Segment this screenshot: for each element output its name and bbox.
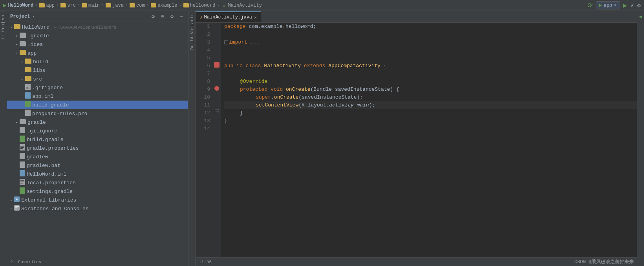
settings-button[interactable]: ⚙ bbox=[637, 2, 641, 9]
ext-libs-arrow bbox=[9, 197, 14, 203]
sidebar-title: Project bbox=[10, 14, 30, 19]
run-button[interactable]: ▶ bbox=[623, 2, 627, 9]
svg-rect-26 bbox=[214, 62, 220, 68]
sidebar-item-build-gradle-root[interactable]: build.gradle bbox=[7, 135, 188, 144]
sidebar-item-external-libs[interactable]: External Libraries bbox=[7, 196, 188, 204]
java-file-icon: ☕ bbox=[221, 2, 227, 8]
build-label: build bbox=[33, 59, 48, 65]
sidebar-dropdown-icon[interactable]: ▾ bbox=[32, 14, 35, 19]
build-gradle-app-icon bbox=[25, 101, 31, 109]
sidebar-item-gradle-root[interactable]: gradle bbox=[7, 118, 188, 127]
right-strip: ⚑ bbox=[637, 11, 644, 266]
ext-libs-icon bbox=[14, 196, 20, 204]
local-props-icon bbox=[20, 179, 25, 187]
idea-folder-icon bbox=[20, 41, 26, 48]
scratches-label: Scratches and Consoles bbox=[21, 206, 89, 212]
app-label: app bbox=[27, 50, 37, 56]
breadcrumb-mainactivity: ☕ MainActivity bbox=[221, 2, 262, 8]
sidebar-item-gradle-properties[interactable]: gradle.properties bbox=[7, 144, 188, 152]
bottom-bar: 11:36 CSDN @乘风破浪之美好未来 bbox=[196, 257, 637, 266]
code-line-10: super.onCreate(savedInstanceState); bbox=[224, 94, 637, 101]
run-config-dropdown[interactable]: ▶ app ▾ bbox=[596, 1, 620, 9]
fold-indicator-line12 bbox=[215, 109, 219, 113]
sidebar-item-proguard[interactable]: proguard-rules.pro bbox=[7, 109, 188, 118]
sidebar-item-local-props[interactable]: local.properties bbox=[7, 178, 188, 187]
gitignore-app-label: .gitignore bbox=[32, 85, 63, 91]
sidebar-item-gitignore-root[interactable]: .gitignore bbox=[7, 127, 188, 135]
tab-bar: J MainActivity.java ✕ bbox=[196, 11, 637, 23]
settings-icon[interactable]: ⚙ bbox=[168, 13, 176, 20]
libs-folder-icon bbox=[25, 67, 31, 74]
sidebar-header: Project ▾ ⚙ ⊞ ⚙ — bbox=[7, 11, 188, 22]
sidebar-item-scratches[interactable]: Scratches and Consoles bbox=[7, 204, 188, 213]
fold-icon-import[interactable]: - bbox=[224, 40, 228, 44]
svg-rect-13 bbox=[20, 170, 25, 176]
app-icon: ▶ bbox=[3, 2, 6, 9]
src-folder-icon bbox=[25, 76, 31, 83]
svg-rect-11 bbox=[20, 153, 25, 159]
java-tab-icon: J bbox=[199, 15, 202, 20]
gitignore-root-icon bbox=[20, 127, 25, 135]
gradle-dir-arrow bbox=[14, 33, 20, 39]
favorites-label[interactable]: 2: Favorites bbox=[7, 258, 188, 266]
svg-rect-6 bbox=[20, 136, 25, 142]
sidebar-item-src[interactable]: src bbox=[7, 75, 188, 83]
tab-label: MainActivity.java bbox=[204, 15, 252, 20]
breadcrumb-main: main bbox=[82, 3, 100, 8]
sidebar-item-build-gradle-app[interactable]: build.gradle bbox=[7, 101, 188, 109]
editor-tab-mainactivity[interactable]: J MainActivity.java ✕ bbox=[196, 11, 261, 22]
sidebar-item-helloword-iml[interactable]: HelloWord.iml bbox=[7, 170, 188, 178]
code-line-3: - import ... bbox=[224, 39, 637, 46]
tree-item-root[interactable]: HelloWord F:\AAAADevelop\HelloWord bbox=[7, 23, 188, 31]
code-content[interactable]: package com.example.helloword; - import … bbox=[221, 23, 637, 257]
code-line-4 bbox=[224, 46, 637, 54]
left-panel-labels: 1: Project bbox=[0, 11, 7, 266]
build-variants-label[interactable]: Build Variants bbox=[189, 11, 195, 52]
tab-close-button[interactable]: ✕ bbox=[254, 15, 257, 20]
app-iml-label: app.iml bbox=[32, 94, 54, 99]
sidebar-item-build[interactable]: build bbox=[7, 57, 188, 66]
layout-icon[interactable]: ⊞ bbox=[159, 13, 166, 20]
code-line-1: package com.example.helloword; bbox=[224, 23, 637, 31]
proguard-icon bbox=[25, 110, 31, 117]
gear-icon[interactable]: ⚙ bbox=[150, 13, 157, 20]
title-bar-left: ▶ HelloWord › app › src › main › java › … bbox=[3, 2, 262, 9]
app-iml-icon bbox=[25, 92, 31, 100]
gutter-run-line6 bbox=[214, 62, 220, 68]
sidebar-item-gradlew-bat[interactable]: gradlew.bat bbox=[7, 161, 188, 170]
sidebar-item-idea[interactable]: .idea bbox=[7, 40, 188, 49]
settings-gradle-label: settings.gradle bbox=[27, 189, 73, 194]
svg-rect-2 bbox=[25, 92, 31, 99]
sidebar-item-app-iml[interactable]: app.iml bbox=[7, 92, 188, 101]
title-app-name: HelloWord bbox=[8, 3, 33, 8]
gradle-root-folder-icon bbox=[20, 119, 26, 126]
build-variants-strip: Build Variants bbox=[188, 11, 196, 266]
settings-gradle-icon bbox=[20, 187, 25, 195]
root-folder-icon bbox=[14, 24, 20, 31]
watermark: CSDN @乘风破浪之美好未来 bbox=[574, 259, 634, 265]
gitignore-app-icon: gi bbox=[25, 84, 31, 92]
svg-rect-3 bbox=[25, 101, 31, 107]
gradle-props-icon bbox=[20, 144, 25, 152]
sidebar-item-gradlew[interactable]: gradlew bbox=[7, 152, 188, 161]
fast-run-button[interactable]: ⚡ bbox=[630, 2, 634, 9]
sidebar-item-libs[interactable]: libs bbox=[7, 66, 188, 75]
sidebar-bottom: 2: Favorites bbox=[7, 258, 188, 266]
helloword-iml-icon bbox=[20, 170, 25, 178]
code-line-11: setContentView(R.layout.activity_main); bbox=[224, 101, 637, 109]
idea-label: .idea bbox=[27, 42, 43, 48]
gradle-root-arrow bbox=[14, 119, 20, 125]
gitignore-root-label: .gitignore bbox=[27, 128, 57, 134]
project-panel-label[interactable]: 1: Project bbox=[0, 11, 7, 42]
sidebar-item-app[interactable]: app bbox=[7, 49, 188, 57]
sidebar-item-settings-gradle[interactable]: settings.gradle bbox=[7, 187, 188, 196]
sync-project-icon[interactable]: ⟳ bbox=[587, 2, 593, 9]
scratches-arrow bbox=[9, 206, 14, 211]
sidebar-item-gitignore-app[interactable]: gi .gitignore bbox=[7, 83, 188, 92]
code-editor: 1 2 3 4 5 6 7 8 9 10 11 12 13 14 bbox=[196, 23, 637, 257]
src-arrow bbox=[20, 76, 25, 82]
minimize-icon[interactable]: — bbox=[178, 13, 185, 20]
sidebar-item-gradle-dir[interactable]: .gradle bbox=[7, 31, 188, 40]
helloword-iml-label: HelloWord.iml bbox=[27, 171, 66, 177]
right-favorites-label[interactable]: ⚑ bbox=[637, 11, 644, 22]
